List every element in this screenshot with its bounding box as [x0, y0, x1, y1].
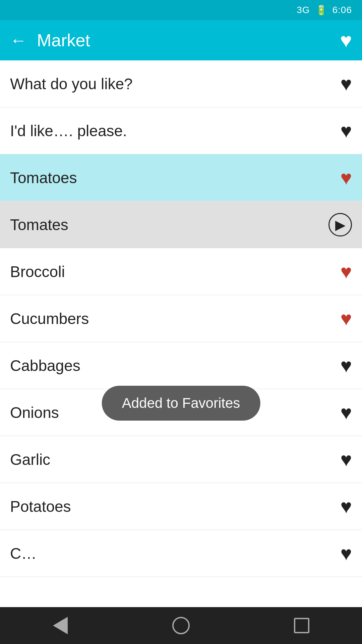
item-label: I'd like…. please.: [10, 122, 341, 140]
list-item[interactable]: Tomatoes♥: [0, 154, 362, 201]
back-triangle-icon: [53, 617, 68, 634]
signal-indicator: 3G: [297, 5, 310, 15]
item-label: Potatoes: [10, 497, 341, 516]
list-item[interactable]: Cucumbers♥: [0, 295, 362, 342]
toast-notification: Added to Favorites: [102, 386, 260, 421]
list-item[interactable]: Potatoes♥: [0, 483, 362, 530]
nav-back-button[interactable]: [44, 609, 77, 642]
home-circle-icon: [172, 617, 190, 634]
list-item[interactable]: Tomates▶: [0, 201, 362, 248]
play-button[interactable]: ▶: [328, 213, 352, 236]
time-display: 6:06: [333, 5, 352, 15]
item-label: What do you like?: [10, 75, 341, 93]
app-bar: ← Market ♥: [0, 20, 362, 60]
favorites-button[interactable]: ♥: [340, 29, 352, 52]
nav-bar: [0, 607, 362, 644]
nav-recents-button[interactable]: [285, 609, 318, 642]
heart-icon[interactable]: ♥: [341, 260, 352, 283]
heart-icon[interactable]: ♥: [341, 72, 352, 95]
heart-icon[interactable]: ♥: [341, 119, 352, 142]
heart-icon[interactable]: ♥: [341, 166, 352, 189]
item-label: Cabbages: [10, 357, 341, 375]
heart-icon[interactable]: ♥: [341, 495, 352, 518]
item-label: Broccoli: [10, 263, 341, 281]
list-item[interactable]: What do you like?♥: [0, 60, 362, 107]
heart-icon[interactable]: ♥: [341, 307, 352, 330]
item-label: Cucumbers: [10, 310, 341, 328]
heart-icon[interactable]: ♥: [341, 448, 352, 471]
item-label: Garlic: [10, 450, 341, 469]
battery-icon: 🔋: [315, 5, 327, 16]
nav-home-button[interactable]: [164, 609, 198, 642]
heart-icon[interactable]: ♥: [341, 401, 352, 424]
list-item[interactable]: Garlic♥: [0, 436, 362, 483]
recents-square-icon: [294, 618, 309, 633]
heart-icon[interactable]: ♥: [341, 542, 352, 565]
list-item[interactable]: Broccoli♥: [0, 248, 362, 295]
item-label: C…: [10, 544, 341, 562]
item-label: Tomates: [10, 216, 328, 234]
status-bar: 3G 🔋 6:06: [0, 0, 362, 20]
list-item[interactable]: C…♥: [0, 530, 362, 577]
item-label: Tomatoes: [10, 169, 341, 187]
heart-icon[interactable]: ♥: [341, 354, 352, 377]
app-title: Market: [37, 30, 330, 50]
back-button[interactable]: ←: [10, 32, 27, 49]
item-list: What do you like?♥I'd like…. please.♥Tom…: [0, 60, 362, 577]
list-item[interactable]: Cabbages♥: [0, 342, 362, 389]
list-item[interactable]: I'd like…. please.♥: [0, 107, 362, 154]
